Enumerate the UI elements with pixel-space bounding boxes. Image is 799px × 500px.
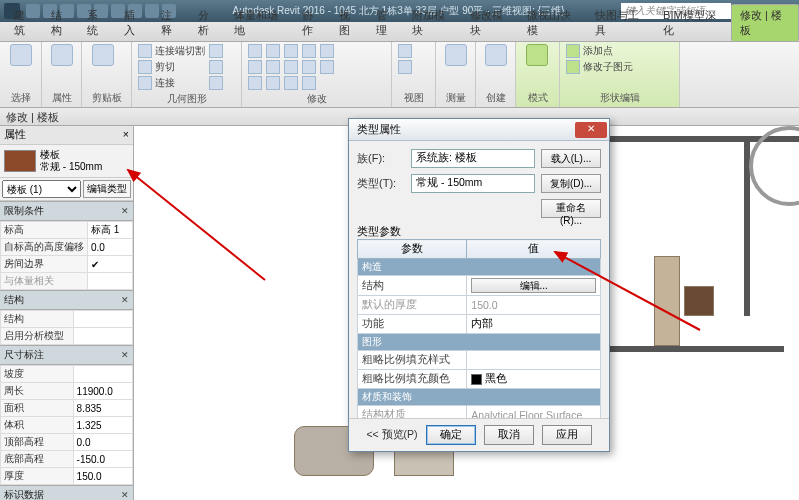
type-selector[interactable]: 楼板 常规 - 150mm	[0, 145, 133, 178]
tab-view[interactable]: 视图	[331, 5, 368, 41]
tab-insert[interactable]: 插入	[116, 5, 153, 41]
coarse-color-cell[interactable]: 黑色	[467, 370, 601, 389]
panel-properties: 属性	[42, 42, 82, 107]
panel-create: 创建	[476, 42, 516, 107]
ok-button[interactable]: 确定	[426, 425, 476, 445]
panel-clipboard: 剪贴板	[82, 42, 132, 107]
apply-button[interactable]: 应用	[542, 425, 592, 445]
tab-systems[interactable]: 系统	[79, 5, 116, 41]
paste-button[interactable]	[88, 44, 118, 66]
cope-button[interactable]: 连接端切割	[138, 44, 205, 58]
ribbon-tabs: 建筑 结构 系统 插入 注释 分析 体量和场地 协作 视图 管理 附加模块 修改…	[0, 22, 799, 42]
properties-close-icon[interactable]: ×	[123, 128, 129, 142]
preview-toggle[interactable]: << 预览(P)	[366, 428, 417, 442]
select-button[interactable]	[6, 44, 35, 66]
tab-collaborate[interactable]: 协作	[294, 5, 331, 41]
tab-analyze[interactable]: 分析	[190, 5, 227, 41]
tab-modify-floors[interactable]: 修改 | 楼板	[731, 4, 799, 41]
section-structure[interactable]: 结构✕	[0, 290, 133, 310]
create-button[interactable]	[482, 44, 509, 66]
type-params-table: 参数值 构造 结构编辑... 默认的厚度150.0 功能内部 图形 粗略比例填充…	[357, 239, 601, 418]
category-select[interactable]: 楼板 (1)	[2, 180, 81, 198]
ribbon: 选择 属性 剪贴板 连接端切割 剪切 连接 几何图形 修改	[0, 42, 799, 108]
panel-shape: 添加点 修改子图元 形状编辑	[560, 42, 680, 107]
tab-annotate[interactable]: 注释	[153, 5, 190, 41]
family-combo[interactable]: 系统族: 楼板	[411, 149, 535, 168]
rename-button[interactable]: 重命名(R)...	[541, 199, 601, 218]
panel-view: 视图	[392, 42, 436, 107]
tab-massing[interactable]: 体量和场地	[226, 5, 294, 41]
tab-manage[interactable]: 管理	[368, 5, 405, 41]
panel-select: 选择	[0, 42, 42, 107]
edit-type-button[interactable]: 编辑类型	[83, 180, 131, 198]
join-button[interactable]: 连接	[138, 76, 205, 90]
cancel-button[interactable]: 取消	[484, 425, 534, 445]
panel-geometry: 连接端切割 剪切 连接 几何图形	[132, 42, 242, 107]
type-params-label: 类型参数	[357, 224, 601, 239]
type-combo[interactable]: 常规 - 150mm	[411, 174, 535, 193]
section-dimensions[interactable]: 尺寸标注✕	[0, 345, 133, 365]
type-swatch	[4, 150, 36, 172]
measure-button[interactable]	[442, 44, 469, 66]
tab-ext3[interactable]: 快图与工具	[587, 5, 655, 41]
cut-button[interactable]: 剪切	[138, 60, 205, 74]
properties-title: 属性	[4, 128, 26, 142]
tab-addins[interactable]: 附加模块	[404, 5, 461, 41]
properties-button[interactable]	[48, 44, 75, 66]
panel-modify: 修改	[242, 42, 392, 107]
tab-ext2[interactable]: 微视山快模	[519, 5, 587, 41]
type-properties-dialog: 类型属性 ✕ 族(F): 系统族: 楼板 载入(L)... 类型(T): 常规 …	[348, 118, 610, 452]
properties-palette: 属性 × 楼板 常规 - 150mm 楼板 (1) 编辑类型 限制条件✕ 标高标…	[0, 126, 134, 500]
load-button[interactable]: 载入(L)...	[541, 149, 601, 168]
panel-measure: 测量	[436, 42, 476, 107]
structure-edit-button[interactable]: 编辑...	[471, 278, 596, 293]
tab-architecture[interactable]: 建筑	[6, 5, 43, 41]
tab-bim[interactable]: BIM模型深化	[655, 5, 731, 41]
panel-mode: 模式	[516, 42, 560, 107]
tab-ext1[interactable]: 修改模块	[462, 5, 519, 41]
dialog-title: 类型属性	[357, 122, 401, 137]
section-identity[interactable]: 标识数据✕	[0, 485, 133, 500]
function-cell[interactable]: 内部	[467, 315, 601, 334]
duplicate-button[interactable]: 复制(D)...	[541, 174, 601, 193]
edit-boundary-button[interactable]	[522, 44, 552, 66]
dialog-close-button[interactable]: ✕	[575, 122, 607, 138]
tab-structure[interactable]: 结构	[43, 5, 80, 41]
section-constraints[interactable]: 限制条件✕	[0, 201, 133, 221]
